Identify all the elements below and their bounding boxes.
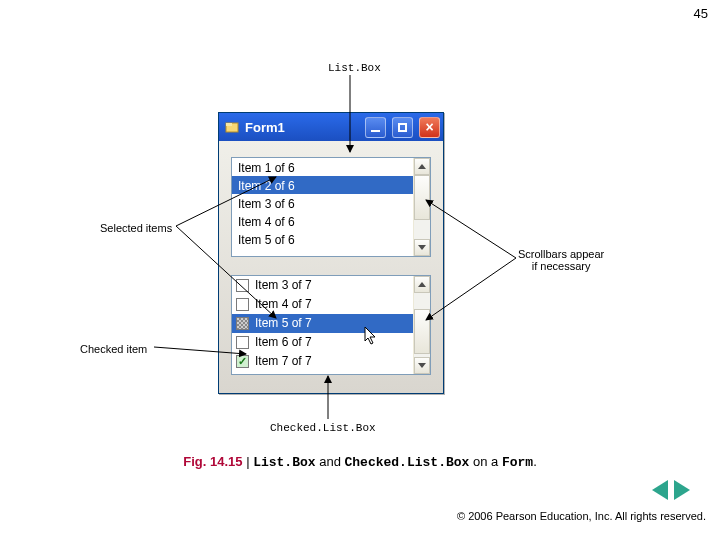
scroll-down-button[interactable] [414, 357, 430, 374]
minimize-button[interactable] [365, 117, 386, 138]
maximize-button[interactable] [392, 117, 413, 138]
checkbox-icon[interactable] [236, 336, 249, 349]
checkbox-icon[interactable] [236, 279, 249, 292]
slide-nav [652, 480, 690, 500]
figure-caption: Fig. 14.15 | List.Box and Checked.List.B… [0, 454, 720, 470]
checkedlistbox-item-label: Item 7 of 7 [255, 352, 312, 371]
form-window: Form1 × Item 1 of 6Item 2 of 6Item 3 of … [218, 112, 444, 394]
prev-slide-button[interactable] [652, 480, 668, 500]
scroll-up-button[interactable] [414, 276, 430, 293]
listbox-item[interactable]: Item 1 of 6 [232, 158, 413, 176]
label-selected-items: Selected items [100, 222, 172, 234]
app-icon [225, 120, 239, 134]
listbox-item[interactable]: Item 3 of 6 [232, 194, 413, 212]
mouse-cursor-icon [364, 326, 378, 346]
checkedlistbox-item[interactable]: ✓Item 7 of 7 [232, 352, 413, 371]
scroll-track[interactable] [414, 293, 430, 357]
listbox-item[interactable]: Item 5 of 6 [232, 230, 413, 248]
checkedlistbox-item-label: Item 6 of 7 [255, 333, 312, 352]
label-scrollbars: Scrollbars appear if necessary [518, 248, 604, 272]
checkbox-icon[interactable] [236, 317, 249, 330]
label-listbox: List.Box [328, 62, 381, 74]
checkedlistbox-item[interactable]: Item 6 of 7 [232, 333, 413, 352]
listbox-items[interactable]: Item 1 of 6Item 2 of 6Item 3 of 6Item 4 … [232, 158, 413, 256]
window-title: Form1 [245, 120, 359, 135]
client-area: Item 1 of 6Item 2 of 6Item 3 of 6Item 4 … [219, 141, 443, 393]
checkedlistbox-items[interactable]: Item 3 of 7Item 4 of 7Item 5 of 7Item 6 … [232, 276, 413, 374]
checkedlistbox-item-label: Item 3 of 7 [255, 276, 312, 295]
scroll-thumb[interactable] [414, 309, 430, 354]
checkedlistbox-item-label: Item 5 of 7 [255, 314, 312, 333]
checkedlistbox-scrollbar[interactable] [413, 276, 430, 374]
listbox-item[interactable]: Item 4 of 6 [232, 212, 413, 230]
checkbox-icon[interactable] [236, 298, 249, 311]
checkedlistbox-item[interactable]: Item 3 of 7 [232, 276, 413, 295]
checkedlistbox-control[interactable]: Item 3 of 7Item 4 of 7Item 5 of 7Item 6 … [231, 275, 431, 375]
listbox-control[interactable]: Item 1 of 6Item 2 of 6Item 3 of 6Item 4 … [231, 157, 431, 257]
close-button[interactable]: × [419, 117, 440, 138]
page-number: 45 [694, 6, 708, 21]
scroll-up-button[interactable] [414, 158, 430, 175]
scroll-track[interactable] [414, 175, 430, 239]
titlebar[interactable]: Form1 × [219, 113, 443, 141]
copyright-text: © 2006 Pearson Education, Inc. All right… [457, 510, 706, 522]
checkedlistbox-item[interactable]: Item 5 of 7 [232, 314, 413, 333]
checkedlistbox-item[interactable]: Item 4 of 7 [232, 295, 413, 314]
svg-rect-1 [226, 123, 232, 126]
label-checkedlistbox: Checked.List.Box [270, 422, 376, 434]
next-slide-button[interactable] [674, 480, 690, 500]
checkbox-icon[interactable]: ✓ [236, 355, 249, 368]
scroll-thumb[interactable] [414, 175, 430, 220]
listbox-scrollbar[interactable] [413, 158, 430, 256]
listbox-item[interactable]: Item 2 of 6 [232, 176, 413, 194]
label-checked-item: Checked item [80, 343, 147, 355]
figure-number: Fig. 14.15 [183, 454, 242, 469]
scroll-down-button[interactable] [414, 239, 430, 256]
checkedlistbox-item-label: Item 4 of 7 [255, 295, 312, 314]
